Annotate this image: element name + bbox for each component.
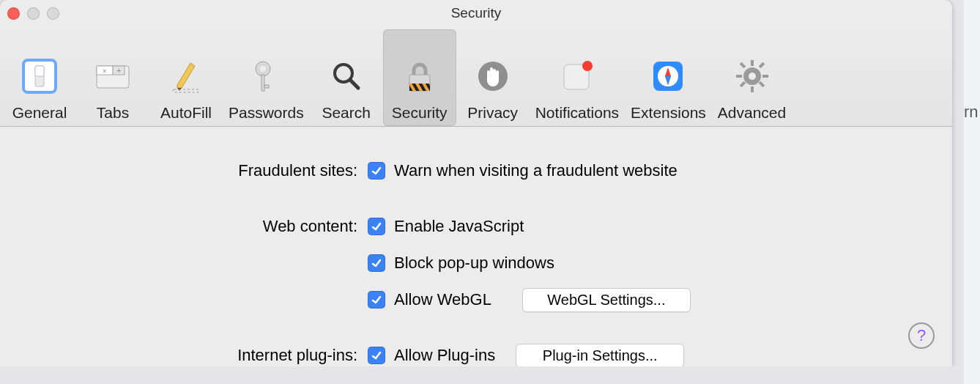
titlebar: Security [0,0,952,26]
allow-plugins-checkbox[interactable] [368,347,385,364]
tab-label: Extensions [631,104,706,122]
tab-label: Passwords [229,104,304,122]
svg-point-24 [582,61,593,71]
tabs-icon: × + [92,53,133,100]
enable-javascript-checkbox[interactable] [368,218,385,235]
security-pane: Fraudulent sites: Warn when visiting a f… [0,127,952,366]
preferences-window: Security General × + [0,0,952,366]
svg-rect-35 [758,81,764,87]
gear-icon [732,53,773,100]
tab-label: Notifications [535,104,619,122]
tab-autofill[interactable]: AutoFill [149,29,223,126]
svg-rect-13 [261,75,264,91]
compass-icon [647,53,688,100]
svg-line-16 [350,80,358,88]
allow-plugins-label: Allow Plug-ins [394,346,495,365]
allow-webgl-label: Allow WebGL [394,290,491,309]
webgl-settings-button[interactable]: WebGL Settings... [522,288,691,312]
magnifier-icon [326,53,367,100]
tab-label: Security [392,104,448,122]
tab-advanced[interactable]: Advanced [712,29,792,126]
svg-marker-8 [177,63,195,88]
preferences-toolbar: General × + Tabs [0,26,952,127]
svg-rect-19 [409,84,430,91]
tab-label: AutoFill [160,104,212,122]
tab-security[interactable]: Security [383,29,456,126]
tab-label: Privacy [467,104,518,122]
tab-tabs[interactable]: × + Tabs [76,29,149,126]
help-icon: ? [917,326,926,345]
tab-notifications[interactable]: Notifications [530,29,625,126]
svg-rect-30 [751,60,754,66]
tab-search[interactable]: Search [310,29,383,126]
tab-label: Search [322,104,371,122]
enable-javascript-label: Enable JavaScript [394,217,524,236]
obscured-background-text: rn [964,0,980,366]
tab-label: Tabs [97,104,129,122]
plugin-settings-button[interactable]: Plug-in Settings... [516,344,684,367]
svg-text:+: + [116,66,121,75]
close-window-button[interactable] [7,7,20,20]
warn-fraudulent-checkbox[interactable] [368,162,385,180]
tab-passwords[interactable]: Passwords [223,29,310,126]
svg-point-12 [260,66,266,72]
zoom-window-button[interactable] [47,7,59,20]
allow-webgl-checkbox[interactable] [368,291,385,309]
window-title: Security [451,0,502,26]
tab-extensions[interactable]: Extensions [625,29,712,126]
svg-rect-31 [751,86,754,92]
svg-point-38 [749,73,756,80]
internet-plugins-label: Internet plug-ins: [35,346,368,365]
warn-fraudulent-label: Warn when visiting a fraudulent website [394,161,678,180]
minimize-window-button[interactable] [27,7,40,20]
block-popups-checkbox[interactable] [368,254,385,272]
switch-icon [19,53,60,100]
svg-rect-2 [35,66,44,76]
traffic-lights [7,7,59,20]
web-content-label: Web content: [35,217,368,236]
help-button[interactable]: ? [908,322,935,349]
key-icon [245,53,286,100]
lock-icon [399,53,440,100]
pencil-icon [166,53,207,100]
hand-icon [472,53,513,100]
fraudulent-sites-label: Fraudulent sites: [35,161,368,180]
tab-privacy[interactable]: Privacy [456,29,530,126]
block-popups-label: Block pop-up windows [394,254,554,273]
svg-rect-34 [739,62,745,68]
svg-text:×: × [103,67,106,75]
svg-rect-36 [758,62,764,68]
notification-icon [557,53,598,100]
svg-rect-37 [739,81,745,87]
tab-label: Advanced [718,104,786,122]
svg-rect-14 [264,85,269,88]
svg-rect-33 [762,75,768,78]
svg-rect-10 [173,89,199,92]
tab-general[interactable]: General [3,29,76,126]
tab-label: General [12,104,67,122]
svg-rect-32 [736,75,742,78]
